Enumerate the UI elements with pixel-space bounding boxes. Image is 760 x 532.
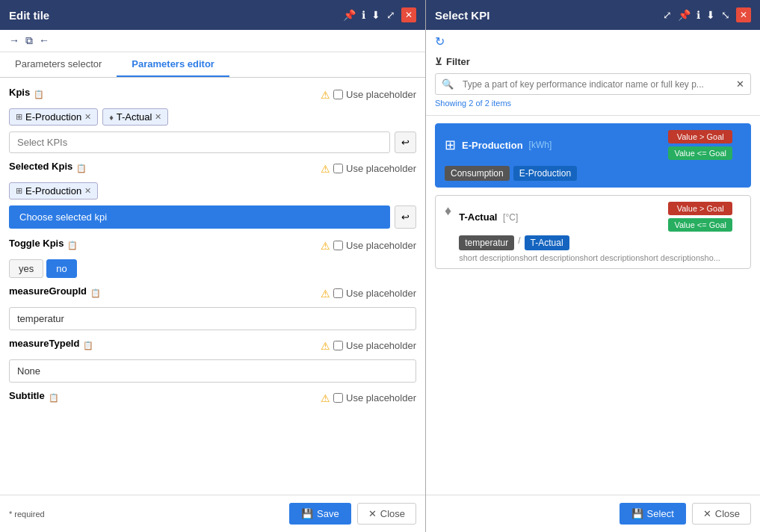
right-external-icon[interactable]: ⤢ <box>663 9 672 21</box>
measure-type-use-placeholder-checkbox[interactable] <box>333 341 343 350</box>
right-close-button[interactable]: ✕ <box>736 7 751 22</box>
right-header-icons: ⤢ 📌 ℹ ⬇ ⤡ ✕ <box>663 7 751 22</box>
toolbar-row: → ⧉ ← <box>0 30 425 52</box>
kpi-tag-e-production-remove[interactable]: ✕ <box>84 112 91 122</box>
kpi-t-actual-tag-temperatur: temperatur <box>459 235 514 250</box>
search-input[interactable] <box>460 75 730 94</box>
kpi-item-t-actual-icon: ♦ <box>445 202 451 219</box>
selected-kpis-use-placeholder-label: Use placeholder <box>346 163 416 174</box>
choose-back-button[interactable]: ↩ <box>395 205 416 229</box>
selected-kpis-label: Selected Kpis <box>9 161 72 172</box>
right-download-icon[interactable]: ⬇ <box>706 9 715 21</box>
select-kpis-input[interactable] <box>9 132 390 153</box>
choose-selected-kpi-button[interactable]: Choose selected kpi <box>9 205 390 229</box>
kpi-e-production-tag-consumption: Consumption <box>445 166 510 181</box>
selected-kpi-tag-icon: ⊞ <box>16 186 22 196</box>
kpi-tag-t-actual-icon: ♦ <box>109 113 114 122</box>
select-kpis-back-button[interactable]: ↩ <box>395 132 416 153</box>
save-icon: 💾 <box>301 508 313 519</box>
measure-group-label: measureGroupId <box>9 285 87 297</box>
measure-group-info-icon: ⚠ <box>321 288 330 300</box>
close-footer-icon: ✕ <box>368 508 377 519</box>
showing-text: Showing 2 of 2 items <box>435 99 751 108</box>
kpi-item-t-actual-title-row: T-Actual [°C] Value > Goal Value <= Goal <box>459 202 741 232</box>
selected-kpi-tag-remove[interactable]: ✕ <box>84 186 91 196</box>
toggle-yes-button[interactable]: yes <box>9 259 43 278</box>
right-pin-icon[interactable]: 📌 <box>678 9 691 21</box>
kpi-item-e-production-name: E-Production <box>462 140 523 151</box>
kpi-item-t-actual-name: T-Actual <box>459 211 497 223</box>
kpis-field-row: Kpis 📋 ⚠ Use placeholder <box>9 87 416 102</box>
kpis-use-placeholder-checkbox[interactable] <box>333 90 343 99</box>
kpi-t-actual-value-less-goal[interactable]: Value <= Goal <box>668 218 732 232</box>
left-panel: Edit tile 📌 ℹ ⬇ ⤢ ✕ → ⧉ ← Parameters sel… <box>0 0 426 532</box>
subtitle-note-icon: 📋 <box>49 393 59 403</box>
kpi-item-t-actual-content: T-Actual [°C] Value > Goal Value <= Goal… <box>459 202 741 262</box>
tab-parameters-editor[interactable]: Parameters editor <box>117 52 229 77</box>
measure-type-note-icon: 📋 <box>83 341 93 350</box>
measure-group-use-placeholder-label: Use placeholder <box>346 288 416 299</box>
toolbar-copy-icon[interactable]: ⧉ <box>25 34 33 47</box>
kpis-label-row: Kpis 📋 <box>9 87 44 102</box>
toggle-kpis-info-icon: ⚠ <box>321 240 330 252</box>
tab-parameters-selector[interactable]: Parameters selector <box>0 52 117 77</box>
kpi-item-e-production-goals: Value > Goal Value <= Goal <box>668 130 741 160</box>
right-expand-icon[interactable]: ⤡ <box>721 9 730 21</box>
kpi-e-production-tag-e-production: E-Production <box>513 166 577 181</box>
kpi-e-production-value-greater-goal[interactable]: Value > Goal <box>668 130 732 143</box>
filter-header: ⊻ Filter <box>435 56 751 67</box>
right-panel-title: Select KPI <box>435 9 489 22</box>
pin-icon[interactable]: 📌 <box>343 9 356 21</box>
kpi-e-production-value-less-goal[interactable]: Value <= Goal <box>668 146 732 160</box>
filter-section: ⊻ Filter 🔍 ✕ Showing 2 of 2 items <box>426 49 760 116</box>
selected-kpis-use-placeholder-checkbox[interactable] <box>333 164 343 173</box>
toggle-kpis-label: Toggle Kpis <box>9 238 64 249</box>
kpi-item-e-production[interactable]: ⊞ E-Production [kWh] Value > Goal Value … <box>435 123 751 188</box>
selected-kpis-info-icon: ⚠ <box>321 163 330 175</box>
panel-content: Kpis 📋 ⚠ Use placeholder ⊞ E-Production … <box>0 78 425 495</box>
subtitle-use-placeholder-checkbox[interactable] <box>333 393 343 403</box>
measure-group-input[interactable] <box>9 307 416 330</box>
kpi-item-e-production-tags: Consumption E-Production <box>436 166 750 187</box>
selected-kpis-note-icon: 📋 <box>76 164 87 173</box>
search-clear-button[interactable]: ✕ <box>730 74 750 94</box>
kpis-label: Kpis <box>9 87 30 98</box>
kpi-tag-e-production-name: E-Production <box>25 111 81 123</box>
right-close-label: Close <box>715 508 740 519</box>
right-info-icon[interactable]: ℹ <box>696 9 700 21</box>
select-button[interactable]: 💾 Select <box>620 503 686 525</box>
measure-type-input[interactable] <box>9 359 416 383</box>
toggle-no-button[interactable]: no <box>46 259 76 278</box>
subtitle-placeholder-row: ⚠ Use placeholder <box>321 392 416 404</box>
kpi-item-t-actual-description: short descriptionshort descriptionshort … <box>459 253 741 262</box>
kpi-t-actual-value-greater-goal[interactable]: Value > Goal <box>668 202 732 215</box>
toolbar-arrow-left-icon[interactable]: ← <box>39 34 49 47</box>
save-button[interactable]: 💾 Save <box>289 503 351 525</box>
download-icon[interactable]: ⬇ <box>371 9 380 21</box>
close-footer-button[interactable]: ✕ Close <box>357 503 416 525</box>
kpi-tag-t-actual-remove[interactable]: ✕ <box>155 112 161 122</box>
kpi-item-t-actual[interactable]: ♦ T-Actual [°C] Value > Goal Value <= Go… <box>435 195 751 269</box>
toolbar-arrow-right-icon[interactable]: → <box>9 34 19 47</box>
right-panel-header: Select KPI ⤢ 📌 ℹ ⬇ ⤡ ✕ <box>426 0 760 30</box>
expand-icon[interactable]: ⤢ <box>386 9 395 21</box>
save-label: Save <box>317 508 339 519</box>
measure-type-placeholder-row: ⚠ Use placeholder <box>321 340 416 352</box>
tabs-row: Parameters selector Parameters editor <box>0 52 425 78</box>
select-icon: 💾 <box>631 508 643 519</box>
kpi-tag-t-actual: ♦ T-Actual ✕ <box>102 108 168 126</box>
toggle-kpis-use-placeholder-checkbox[interactable] <box>333 241 343 250</box>
info-icon[interactable]: ℹ <box>362 9 365 21</box>
selected-kpis-field-row: Selected Kpis 📋 ⚠ Use placeholder <box>9 161 416 176</box>
required-text: * required <box>9 510 45 519</box>
kpi-item-e-production-unit: [kWh] <box>529 140 552 150</box>
right-footer-close-button[interactable]: ✕ Close <box>692 503 751 525</box>
measure-group-use-placeholder-checkbox[interactable] <box>333 288 343 298</box>
kpis-note-icon: 📋 <box>34 90 44 99</box>
right-panel: Select KPI ⤢ 📌 ℹ ⬇ ⤡ ✕ ↻ ⊻ Filter 🔍 ✕ Sh… <box>426 0 760 532</box>
left-close-button[interactable]: ✕ <box>401 7 416 22</box>
toggle-kpis-field-row: Toggle Kpis 📋 ⚠ Use placeholder <box>9 238 416 253</box>
kpis-use-placeholder-label: Use placeholder <box>346 89 416 100</box>
refresh-icon[interactable]: ↻ <box>435 35 445 48</box>
subtitle-field-row: Subtitle 📋 ⚠ Use placeholder <box>9 390 416 406</box>
